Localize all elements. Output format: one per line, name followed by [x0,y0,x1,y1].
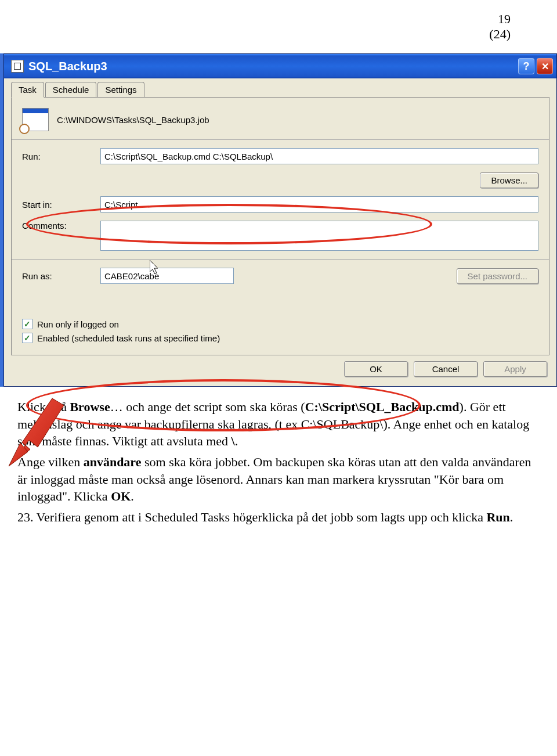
runas-row: Run as: Set password... [22,268,538,284]
dialog-container: SQL_Backup3 ? ✕ Task Schedule Settings [0,53,557,387]
run-row: Run: [22,148,538,164]
paragraph-3: 23. Verifiera genom att i Scheduled Task… [17,509,540,526]
dialog-buttons: OK Cancel Apply [11,355,549,379]
window-icon [11,60,24,73]
window-title: SQL_Backup3 [28,60,107,73]
tabs: Task Schedule Settings [11,82,549,98]
tab-settings[interactable]: Settings [97,82,144,97]
ok-button[interactable]: OK [344,361,408,377]
check-enabled-row[interactable]: ✓ Enabled (scheduled task runs at specif… [22,333,538,343]
startin-input[interactable] [100,196,538,213]
cancel-button[interactable]: Cancel [414,361,478,377]
tab-content: C:\WINDOWS\Tasks\SQL_Backup3.job Run: Br… [11,98,549,355]
apply-button[interactable]: Apply [483,361,547,377]
job-path: C:\WINDOWS\Tasks\SQL_Backup3.job [57,115,209,125]
titlebar[interactable]: SQL_Backup3 ? ✕ [4,54,556,78]
run-input[interactable] [100,148,538,164]
setpassword-button[interactable]: Set password... [457,268,538,284]
task-icon [22,108,49,131]
paragraph-1: Klicka på Browse… och ange det script so… [17,398,540,450]
tab-schedule[interactable]: Schedule [45,82,97,97]
startin-row: Start in: [22,196,538,213]
check-enabled-label: Enabled (scheduled task runs at specifie… [37,333,220,343]
divider2 [12,259,549,260]
job-info-row: C:\WINDOWS\Tasks\SQL_Backup3.job [22,108,538,131]
startin-label: Start in: [22,200,100,210]
runas-label: Run as: [22,271,100,281]
dialog-body: Task Schedule Settings [4,78,556,386]
browse-row: Browse... [22,172,538,188]
help-button[interactable]: ? [518,58,534,74]
paragraph-2: Ange vilken användare som ska köra jobbe… [17,453,540,505]
instructions-text: Klicka på Browse… och ange det script so… [0,387,557,541]
runas-input[interactable] [100,268,234,284]
dialog-window: SQL_Backup3 ? ✕ Task Schedule Settings [3,53,557,387]
comments-row: Comments: [22,221,538,251]
page-header: 19 (24) [0,0,557,48]
comments-input[interactable] [100,221,538,251]
page-number: 19 [498,12,511,26]
comments-label: Comments: [22,221,100,231]
check-runonly-label: Run only if logged on [37,319,119,329]
check-runonly-row[interactable]: ✓ Run only if logged on [22,319,538,329]
checkbox-checked-icon[interactable]: ✓ [22,333,32,343]
page-total: (24) [489,27,511,41]
browse-button[interactable]: Browse... [480,172,538,188]
divider [12,139,549,140]
tab-task[interactable]: Task [11,82,44,98]
checkbox-checked-icon[interactable]: ✓ [22,319,32,329]
run-label: Run: [22,152,100,161]
close-button[interactable]: ✕ [537,58,553,74]
